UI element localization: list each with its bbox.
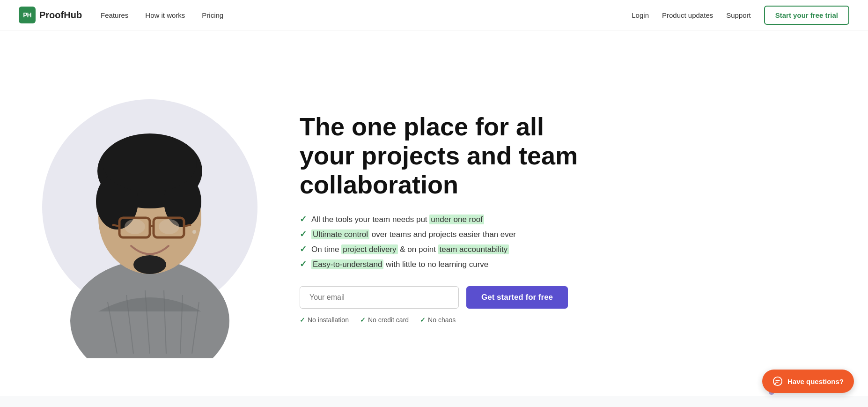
svg-point-12: [125, 219, 145, 234]
logo-icon: PH: [19, 7, 36, 23]
nav-right: Login Product updates Support Start your…: [632, 6, 849, 25]
highlight-ultimate-control: Ultimate control: [311, 229, 369, 239]
hero-person-image: [51, 77, 248, 358]
chat-label: Have questions?: [787, 377, 844, 385]
bullet-1: ✓ All the tools your team needs put unde…: [300, 214, 599, 224]
hero-section: The one place for all your projects and …: [0, 30, 868, 396]
svg-point-13: [159, 219, 179, 234]
svg-point-6: [103, 136, 197, 192]
bullet-1-text: All the tools your team needs put under …: [311, 215, 484, 224]
bullet-4-text: Easy-to-understand with little to no lea…: [311, 260, 488, 269]
chat-icon: [772, 376, 783, 386]
nav-features[interactable]: Features: [101, 11, 128, 19]
bullet-2: ✓ Ultimate control over teams and projec…: [300, 229, 599, 239]
hero-content: The one place for all your projects and …: [272, 112, 599, 324]
no-installation: ✓ No installation: [300, 316, 349, 324]
logo[interactable]: PH ProofHub: [19, 7, 82, 23]
highlight-project-delivery: project delivery: [341, 244, 397, 254]
nav-login[interactable]: Login: [632, 11, 649, 19]
bullet-2-text: Ultimate control over teams and projects…: [311, 230, 516, 239]
chat-bubble[interactable]: Have questions?: [762, 370, 854, 393]
hero-headline: The one place for all your projects and …: [300, 112, 599, 199]
no-items-row: ✓ No installation ✓ No credit card ✓ No …: [300, 316, 599, 324]
bullet-1-check: ✓: [300, 214, 307, 224]
highlight-team-accountability: team accountability: [438, 244, 509, 254]
no-credit-card: ✓ No credit card: [360, 316, 409, 324]
bottom-strip: L♥ved by 85,000+ teams and businesses wo…: [0, 396, 868, 407]
email-input[interactable]: [300, 286, 459, 309]
hero-bullets: ✓ All the tools your team needs put unde…: [300, 214, 599, 269]
nav-how-it-works[interactable]: How it works: [145, 11, 185, 19]
no-chaos: ✓ No chaos: [420, 316, 456, 324]
nav-links: Features How it works Pricing: [101, 11, 632, 19]
cta-row: Get started for free: [300, 286, 599, 309]
nav-pricing[interactable]: Pricing: [202, 11, 223, 19]
logo-text: ProofHub: [39, 10, 82, 21]
highlight-easy-to-understand: Easy-to-understand: [311, 259, 383, 269]
bullet-2-check: ✓: [300, 229, 307, 239]
navbar: PH ProofHub Features How it works Pricin…: [0, 0, 868, 30]
svg-point-14: [133, 255, 166, 274]
nav-product-updates[interactable]: Product updates: [662, 11, 713, 19]
get-started-button[interactable]: Get started for free: [466, 286, 568, 309]
bullet-4: ✓ Easy-to-understand with little to no l…: [300, 259, 599, 269]
bullet-3-check: ✓: [300, 244, 307, 254]
start-trial-button[interactable]: Start your free trial: [764, 6, 849, 25]
svg-point-21: [192, 230, 196, 234]
hero-image-area: [28, 77, 272, 358]
bullet-4-check: ✓: [300, 259, 307, 269]
bullet-3: ✓ On time project delivery & on point te…: [300, 244, 599, 254]
nav-support[interactable]: Support: [726, 11, 751, 19]
highlight-under-one-roof: under one roof: [429, 215, 484, 224]
bullet-3-text: On time project delivery & on point team…: [311, 245, 509, 254]
